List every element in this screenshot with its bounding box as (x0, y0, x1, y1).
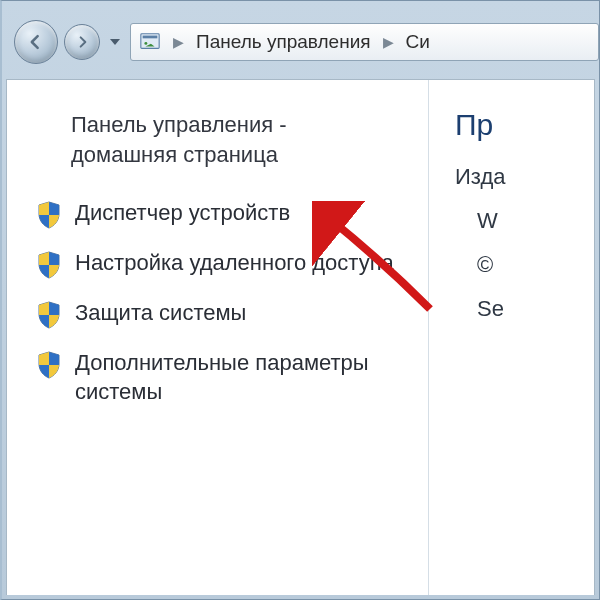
breadcrumb-system[interactable]: Си (406, 31, 430, 53)
arrow-right-icon (74, 34, 90, 50)
task-advanced-system[interactable]: Дополнительные параметры системы (35, 349, 416, 406)
task-device-manager[interactable]: Диспетчер устройств (35, 199, 416, 229)
nav-forward-button[interactable] (64, 24, 100, 60)
shield-icon (35, 201, 63, 229)
svg-rect-1 (143, 36, 158, 39)
main-pane: Пр Изда W © Se (429, 80, 594, 595)
nav-history-dropdown[interactable] (106, 24, 124, 60)
task-label: Диспетчер устройств (75, 199, 416, 228)
breadcrumb-sep: ▶ (379, 34, 398, 50)
arrow-left-icon (26, 32, 46, 52)
address-bar[interactable]: ▶ Панель управления ▶ Си (130, 23, 599, 61)
main-text-line: Se (455, 296, 584, 322)
task-sidebar: Панель управления - домашняя страница Ди… (7, 80, 429, 595)
chevron-down-icon (109, 36, 121, 48)
main-text-line: W (455, 208, 584, 234)
page-title: Пр (455, 108, 584, 142)
sidebar-heading[interactable]: Панель управления - домашняя страница (35, 110, 416, 169)
task-system-protection[interactable]: Защита системы (35, 299, 416, 329)
main-text-line: © (455, 252, 584, 278)
breadcrumb-sep: ▶ (169, 34, 188, 50)
shield-icon (35, 351, 63, 379)
main-text-line: Изда (455, 164, 584, 190)
svg-point-2 (144, 42, 147, 45)
control-panel-window: ▶ Панель управления ▶ Си Панель управлен… (0, 0, 600, 600)
shield-icon (35, 301, 63, 329)
control-panel-icon (139, 31, 161, 53)
breadcrumb-control-panel[interactable]: Панель управления (196, 31, 371, 53)
content-area: Панель управления - домашняя страница Ди… (6, 79, 595, 595)
sidebar-heading-line2: домашняя страница (71, 142, 278, 167)
nav-row: ▶ Панель управления ▶ Си (14, 15, 599, 69)
task-label: Настройка удаленного доступа (75, 249, 416, 278)
nav-back-button[interactable] (14, 20, 58, 64)
shield-icon (35, 251, 63, 279)
task-label: Защита системы (75, 299, 416, 328)
task-remote-settings[interactable]: Настройка удаленного доступа (35, 249, 416, 279)
task-label: Дополнительные параметры системы (75, 349, 416, 406)
sidebar-heading-line1: Панель управления - (71, 112, 287, 137)
